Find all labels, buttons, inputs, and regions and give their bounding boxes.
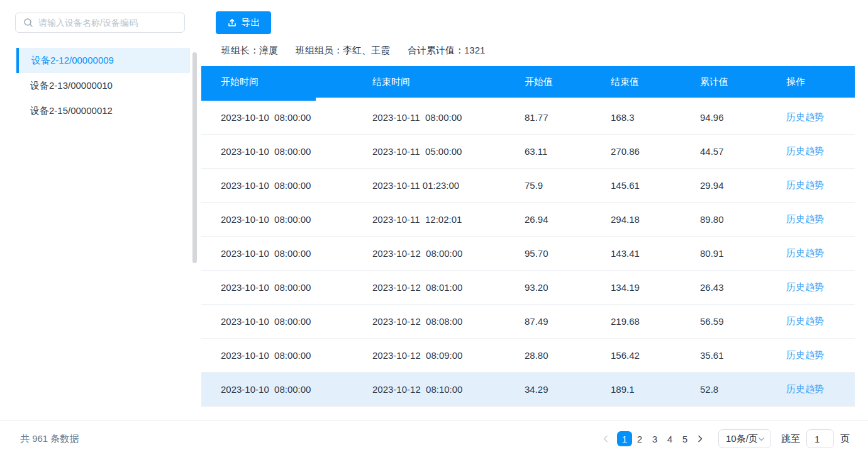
cell-end-time: 2023-10-12 08:00:00	[353, 248, 505, 259]
export-button[interactable]: 导出	[216, 11, 271, 34]
cell-start-time: 2023-10-10 08:00:00	[201, 350, 353, 361]
table-row: 2023-10-10 08:00:00 2023-10-12 08:09:00 …	[201, 339, 855, 373]
table-row: 2023-10-10 08:00:00 2023-10-11 12:02:01 …	[201, 203, 855, 237]
device-item-2-13[interactable]: 设备2-13/00000010	[16, 73, 190, 98]
table-row: 2023-10-10 08:00:00 2023-10-11 01:23:00 …	[201, 169, 855, 203]
col-header-cumulative-value: 累计值	[681, 76, 767, 88]
cell-start-value: 93.20	[505, 282, 591, 293]
col-header-start-time: 开始时间	[201, 76, 353, 88]
table-row-hovered: 2023-10-10 08:00:00 2023-10-12 08:10:00 …	[201, 373, 855, 407]
history-trend-link[interactable]: 历史趋势	[786, 315, 824, 326]
col-header-end-value: 结束值	[591, 76, 681, 88]
cell-cumulative-value: 44.57	[681, 146, 767, 157]
export-button-label: 导出	[242, 17, 260, 29]
cell-end-time: 2023-10-12 08:08:00	[353, 316, 505, 327]
cell-start-time: 2023-10-10 08:00:00	[201, 384, 353, 395]
cell-end-value: 294.18	[591, 214, 681, 225]
table-row: 2023-10-10 08:00:00 2023-10-12 08:01:00 …	[201, 271, 855, 305]
cumulative-total: 合计累计值：1321	[408, 45, 485, 57]
cell-end-time: 2023-10-12 08:01:00	[353, 282, 505, 293]
history-trend-link[interactable]: 历史趋势	[786, 179, 824, 190]
next-page-button[interactable]	[693, 431, 708, 446]
cell-cumulative-value: 56.59	[681, 316, 767, 327]
cell-start-value: 28.80	[505, 350, 591, 361]
cell-cumulative-value: 35.61	[681, 350, 767, 361]
cell-cumulative-value: 26.43	[681, 282, 767, 293]
device-item-2-12[interactable]: 设备2-12/00000009	[16, 48, 190, 73]
col-header-actions: 操作	[767, 76, 855, 88]
cell-start-value: 63.11	[505, 146, 591, 157]
cell-end-time: 2023-10-11 01:23:00	[353, 180, 505, 191]
history-trend-link[interactable]: 历史趋势	[786, 383, 824, 394]
cell-start-value: 87.49	[505, 316, 591, 327]
chevron-left-icon	[602, 435, 609, 443]
cell-cumulative-value: 52.8	[681, 384, 767, 395]
device-item-label: 设备2-13/00000010	[30, 80, 113, 92]
cell-start-time: 2023-10-10 08:00:00	[201, 214, 353, 225]
table-row: 2023-10-10 08:00:00 2023-10-11 08:00:00 …	[201, 101, 855, 135]
cell-end-value: 270.86	[591, 146, 681, 157]
device-item-label: 设备2-12/00000009	[31, 55, 114, 67]
prev-page-button[interactable]	[598, 431, 613, 446]
cell-start-time: 2023-10-10 08:00:00	[201, 112, 353, 123]
sidebar-scrollbar-thumb[interactable]	[192, 52, 197, 263]
col-header-start-value: 开始值	[505, 76, 591, 88]
cell-start-time: 2023-10-10 08:00:00	[201, 248, 353, 259]
cell-start-value: 81.77	[505, 112, 591, 123]
page-button-5[interactable]: 5	[677, 431, 693, 446]
device-search-input[interactable]	[38, 18, 177, 28]
page-size-select[interactable]: 10条/页	[718, 429, 771, 448]
cell-start-time: 2023-10-10 08:00:00	[201, 316, 353, 327]
cell-end-value: 219.68	[591, 316, 681, 327]
cell-end-value: 145.61	[591, 180, 681, 191]
page-button-2[interactable]: 2	[632, 431, 647, 446]
jump-to-label: 跳至	[781, 433, 800, 445]
cell-end-value: 143.41	[591, 248, 681, 259]
jump-page-suffix: 页	[840, 433, 850, 445]
cell-start-value: 34.29	[505, 384, 591, 395]
history-trend-link[interactable]: 历史趋势	[786, 111, 824, 122]
chevron-down-icon	[758, 436, 765, 443]
history-trend-link[interactable]: 历史趋势	[786, 145, 824, 156]
table-row: 2023-10-10 08:00:00 2023-10-11 05:00:00 …	[201, 135, 855, 169]
page-button-1[interactable]: 1	[617, 431, 632, 446]
cell-end-time: 2023-10-11 12:02:01	[353, 214, 505, 225]
device-item-2-15[interactable]: 设备2-15/00000012	[16, 98, 190, 123]
jump-page-input[interactable]	[806, 429, 834, 448]
cell-start-value: 26.94	[505, 214, 591, 225]
team-members: 班组组员：李红、王霞	[296, 45, 390, 57]
cell-cumulative-value: 89.80	[681, 214, 767, 225]
cell-cumulative-value: 29.94	[681, 180, 767, 191]
cell-end-value: 189.1	[591, 384, 681, 395]
history-trend-link[interactable]: 历史趋势	[786, 213, 824, 224]
team-info-line: 班组长：漳厦 班组组员：李红、王霞 合计累计值：1321	[221, 45, 485, 57]
table-footer: 共 961 条数据 1 2 3 4 5 10条/页	[0, 420, 868, 457]
device-search-box[interactable]	[15, 13, 185, 33]
cell-start-time: 2023-10-10 08:00:00	[201, 180, 353, 191]
table-header: 开始时间 结束时间 开始值 结束值 累计值 操作	[201, 66, 855, 98]
table-row: 2023-10-10 08:00:00 2023-10-12 08:00:00 …	[201, 237, 855, 271]
device-records-page: 设备2-12/00000009 设备2-13/00000010 设备2-15/0…	[0, 0, 868, 457]
history-trend-link[interactable]: 历史趋势	[786, 281, 824, 292]
cell-end-value: 168.3	[591, 112, 681, 123]
table-row: 2023-10-10 08:00:00 2023-10-12 08:08:00 …	[201, 305, 855, 339]
page-button-4[interactable]: 4	[662, 431, 677, 446]
device-sidebar: 设备2-12/00000009 设备2-13/00000010 设备2-15/0…	[0, 0, 198, 420]
chevron-right-icon	[696, 435, 704, 443]
cell-end-time: 2023-10-12 08:09:00	[353, 350, 505, 361]
cell-start-value: 95.70	[505, 248, 591, 259]
page-button-3[interactable]: 3	[647, 431, 662, 446]
cell-start-time: 2023-10-10 08:00:00	[201, 146, 353, 157]
cell-cumulative-value: 80.91	[681, 248, 767, 259]
cell-cumulative-value: 94.96	[681, 112, 767, 123]
cell-start-value: 75.9	[505, 180, 591, 191]
device-item-label: 设备2-15/00000012	[30, 105, 113, 117]
col-header-end-time: 结束时间	[353, 76, 505, 88]
main-content: 导出 班组长：漳厦 班组组员：李红、王霞 合计累计值：1321 开始时间 结束时…	[201, 0, 855, 420]
cell-end-time: 2023-10-11 05:00:00	[353, 146, 505, 157]
history-trend-link[interactable]: 历史趋势	[786, 349, 824, 360]
history-trend-link[interactable]: 历史趋势	[786, 247, 824, 258]
cell-start-time: 2023-10-10 08:00:00	[201, 282, 353, 293]
team-leader: 班组长：漳厦	[221, 45, 278, 57]
pagination: 1 2 3 4 5 10条/页 跳至 页	[598, 429, 850, 448]
